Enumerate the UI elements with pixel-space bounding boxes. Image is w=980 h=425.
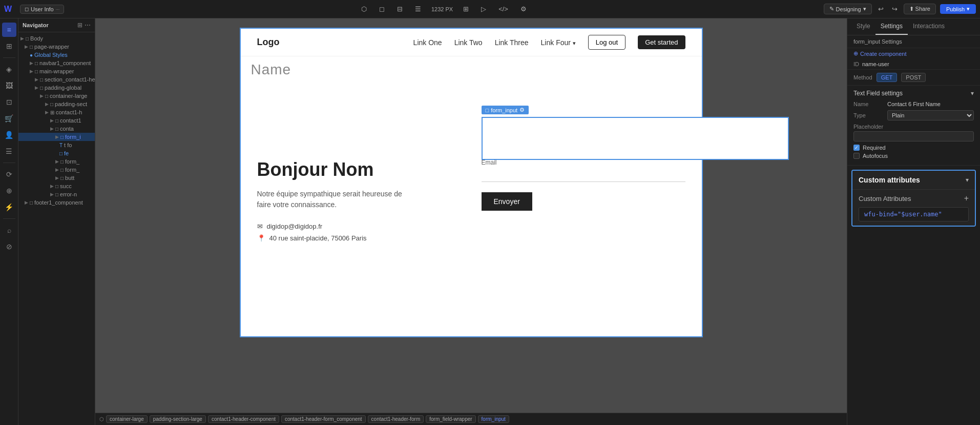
code-btn[interactable]: </> bbox=[496, 3, 510, 15]
tf-type-row: Type Plain bbox=[853, 110, 974, 120]
navigator-menu-icon[interactable]: ⋯ bbox=[85, 22, 91, 29]
share-btn[interactable]: ⬆ Share bbox=[904, 4, 936, 14]
tree-item-footer[interactable]: ▶ □ footer1_component bbox=[18, 198, 95, 207]
tf-type-select[interactable]: Plain bbox=[887, 110, 974, 120]
components-icon[interactable]: ◈ bbox=[2, 62, 16, 76]
tree-icon: □ bbox=[26, 36, 29, 42]
tab-style[interactable]: Style bbox=[851, 18, 875, 35]
tree-arrow: ▶ bbox=[50, 126, 54, 131]
breakpoint-btn[interactable]: ⊞ bbox=[461, 3, 471, 15]
nav-link-3[interactable]: Link Three bbox=[495, 38, 529, 47]
seo-icon[interactable]: ⊕ bbox=[2, 184, 16, 198]
tree-item-contact1-h[interactable]: ▶ ⊞ contact1-h bbox=[18, 108, 95, 116]
nav-started-btn[interactable]: Get started bbox=[638, 35, 685, 49]
assets-icon[interactable]: 🖼 bbox=[2, 78, 16, 93]
tree-item-t-fo[interactable]: T t fo bbox=[18, 141, 95, 149]
tree-item-form3[interactable]: ▶ □ form_ bbox=[18, 166, 95, 174]
tree-label: t fo bbox=[64, 142, 72, 148]
nav-link-4[interactable]: Link Four ▾ bbox=[541, 38, 576, 47]
add-element-icon[interactable]: ⊞ bbox=[2, 39, 16, 53]
tree-item-padding-sect[interactable]: ▶ □ padding-sect bbox=[18, 100, 95, 108]
nav-logout-btn[interactable]: Log out bbox=[588, 35, 625, 50]
status-tag-form[interactable]: contact1-header-form bbox=[368, 415, 424, 423]
tf-placeholder-input[interactable] bbox=[853, 131, 974, 141]
form-input-text: form_input bbox=[491, 107, 517, 113]
undo-btn[interactable]: ↩ bbox=[876, 3, 886, 15]
status-tag-form-input[interactable]: form_input bbox=[478, 415, 509, 423]
settings-btn[interactable]: ⚙ bbox=[518, 3, 529, 15]
layout-toggle-btn[interactable]: ⬡ bbox=[359, 3, 369, 15]
integrations-icon[interactable]: ⚡ bbox=[2, 200, 16, 214]
required-checkbox[interactable]: ✓ bbox=[853, 145, 860, 151]
search-icon[interactable]: ⌕ bbox=[2, 223, 16, 237]
publish-btn[interactable]: Publish ▾ bbox=[940, 4, 976, 14]
custom-attr-header[interactable]: Custom attributes ▾ bbox=[852, 171, 975, 190]
tab-settings[interactable]: Settings bbox=[875, 18, 908, 35]
logic-icon[interactable]: ⟳ bbox=[2, 167, 16, 181]
tree-item-section[interactable]: ▶ □ section_contact1-he bbox=[18, 75, 95, 84]
tree-item-error[interactable]: ▶ □ error-n bbox=[18, 190, 95, 198]
users-icon[interactable]: 👤 bbox=[2, 128, 16, 142]
required-label: Required bbox=[863, 145, 886, 151]
tree-item-conta[interactable]: ▶ □ conta bbox=[18, 125, 95, 133]
tree-item-navbar[interactable]: ▶ □ navbar1_component bbox=[18, 59, 95, 67]
email-input[interactable] bbox=[482, 167, 685, 182]
status-tag-contact1-header[interactable]: contact1-header-component bbox=[208, 415, 279, 423]
tree-item-success[interactable]: ▶ □ succ bbox=[18, 182, 95, 190]
method-row: Method GET POST bbox=[847, 70, 980, 86]
settings-header-title: form_input Settings bbox=[853, 38, 902, 45]
id-label: ID bbox=[853, 61, 859, 67]
tab-interactions[interactable]: Interactions bbox=[908, 18, 950, 35]
navigator-header-icons: ⊞ ⋯ bbox=[77, 22, 91, 29]
tree-item-button[interactable]: ▶ □ butt bbox=[18, 174, 95, 182]
canvas-content[interactable]: Logo Link One Link Two Link Three Link F… bbox=[95, 18, 847, 413]
autofocus-checkbox[interactable] bbox=[853, 153, 860, 159]
navigator-expand-icon[interactable]: ⊞ bbox=[77, 22, 82, 29]
zoom-icon[interactable]: ⊘ bbox=[2, 239, 16, 254]
tree-item-padding-global[interactable]: ▶ □ padding-global bbox=[18, 84, 95, 92]
nav-link-2[interactable]: Link Two bbox=[454, 38, 483, 47]
tree-item-fe[interactable]: □ fe bbox=[18, 149, 95, 157]
tree-item-body[interactable]: ▶ □ Body bbox=[18, 34, 95, 43]
nav-link-1[interactable]: Link One bbox=[413, 38, 442, 47]
redo-btn[interactable]: ↪ bbox=[890, 3, 900, 15]
tree-item-global-styles[interactable]: ● Global Styles bbox=[18, 51, 95, 59]
create-component-btn[interactable]: ⊕ Create component bbox=[847, 48, 913, 59]
designing-btn[interactable]: ✎ Designing ▾ bbox=[824, 4, 872, 14]
tree-item-main-wrapper[interactable]: ▶ □ main-wrapper bbox=[18, 67, 95, 75]
status-tag-padding-section[interactable]: padding-section-large bbox=[150, 415, 206, 423]
method-post-btn[interactable]: POST bbox=[901, 73, 926, 82]
device-tablet-btn[interactable]: ⊟ bbox=[395, 3, 405, 15]
status-tag-form-field[interactable]: form_field-wrapper bbox=[426, 415, 475, 423]
device-desktop-btn[interactable]: ◻ bbox=[377, 3, 387, 15]
tree-item-contact1[interactable]: ▶ □ contact1 bbox=[18, 116, 95, 125]
tf-chevron-icon: ▾ bbox=[971, 90, 974, 97]
tree-icon: □ bbox=[40, 77, 43, 83]
preview-btn[interactable]: ▷ bbox=[479, 3, 488, 15]
device-mobile-btn[interactable]: ☰ bbox=[413, 3, 423, 15]
tree-item-container-large[interactable]: ▶ □ container-large bbox=[18, 92, 95, 100]
forms-icon[interactable]: ☰ bbox=[2, 144, 16, 158]
tree-icon: □ bbox=[60, 167, 64, 173]
form-input-overlay[interactable]: □ form_input ⚙ bbox=[482, 117, 789, 160]
tree-icon: T bbox=[59, 143, 62, 148]
custom-attr-value[interactable]: wfu-bind="$user.name" bbox=[859, 207, 969, 221]
custom-attr-add-btn[interactable]: + bbox=[964, 194, 969, 203]
autofocus-checkbox-row: Autofocus bbox=[853, 153, 974, 159]
cms-icon[interactable]: ⊡ bbox=[2, 95, 16, 109]
navigator-icon[interactable]: ≡ bbox=[2, 23, 16, 37]
status-tag-container-large[interactable]: container-large bbox=[106, 415, 148, 423]
contact-address-item: 📍 40 rue saint-placide, 75006 Paris bbox=[257, 234, 461, 242]
method-get-btn[interactable]: GET bbox=[877, 73, 898, 82]
tree-item-form2[interactable]: ▶ □ form_ bbox=[18, 157, 95, 166]
tree-icon: □ bbox=[45, 93, 48, 99]
contact-address: 40 rue saint-placide, 75006 Paris bbox=[269, 234, 367, 242]
tree-item-page-wrapper[interactable]: ▶ □ page-wrapper bbox=[18, 43, 95, 51]
submit-btn[interactable]: Envoyer bbox=[482, 192, 532, 211]
tree-item-form-input[interactable]: ▶ □ form_i bbox=[18, 133, 95, 141]
tab-pill[interactable]: ◻ User Info ··· bbox=[20, 5, 64, 14]
tf-placeholder-group: Placeholder bbox=[853, 124, 974, 141]
tree-icon: □ bbox=[55, 192, 58, 197]
ecommerce-icon[interactable]: 🛒 bbox=[2, 111, 16, 126]
status-tag-form-component[interactable]: contact1-header-form_component bbox=[281, 415, 366, 423]
